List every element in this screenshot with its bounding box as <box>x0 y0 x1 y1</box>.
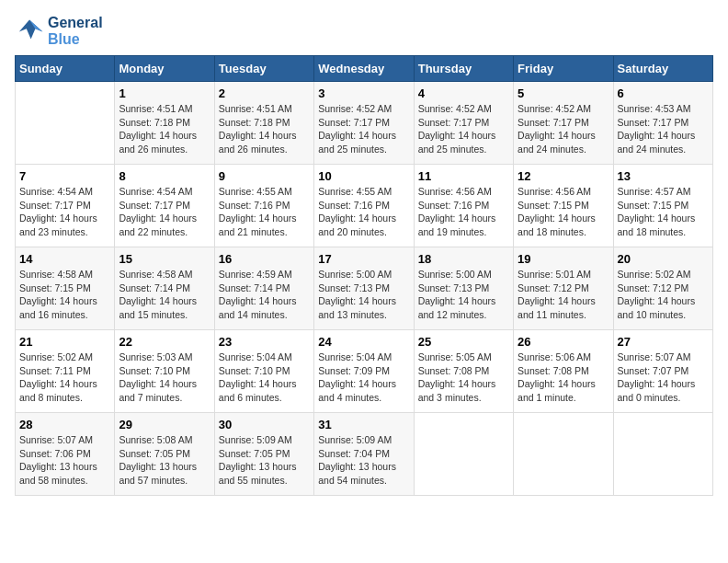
calendar-cell: 25Sunrise: 5:05 AM Sunset: 7:08 PM Dayli… <box>414 330 513 413</box>
day-number: 20 <box>618 252 709 266</box>
day-number: 22 <box>119 335 210 349</box>
calendar-cell: 5Sunrise: 4:52 AM Sunset: 7:17 PM Daylig… <box>514 82 613 165</box>
day-number: 9 <box>219 169 310 183</box>
calendar-week-row: 7Sunrise: 4:54 AM Sunset: 7:17 PM Daylig… <box>16 165 713 247</box>
day-number: 7 <box>19 169 110 183</box>
day-number: 28 <box>19 418 110 431</box>
calendar-cell: 24Sunrise: 5:04 AM Sunset: 7:09 PM Dayli… <box>314 330 414 413</box>
day-number: 16 <box>219 252 310 266</box>
day-info: Sunrise: 4:51 AM Sunset: 7:18 PM Dayligh… <box>219 102 310 156</box>
calendar-cell: 2Sunrise: 4:51 AM Sunset: 7:18 PM Daylig… <box>214 82 313 165</box>
day-number: 11 <box>418 169 509 183</box>
day-info: Sunrise: 5:02 AM Sunset: 7:12 PM Dayligh… <box>618 268 709 322</box>
day-info: Sunrise: 5:06 AM Sunset: 7:08 PM Dayligh… <box>518 350 609 405</box>
day-info: Sunrise: 4:52 AM Sunset: 7:17 PM Dayligh… <box>318 102 409 156</box>
day-info: Sunrise: 4:52 AM Sunset: 7:17 PM Dayligh… <box>518 102 609 156</box>
day-number: 29 <box>119 418 210 431</box>
calendar-cell: 1Sunrise: 4:51 AM Sunset: 7:18 PM Daylig… <box>115 82 214 165</box>
calendar-cell: 27Sunrise: 5:07 AM Sunset: 7:07 PM Dayli… <box>613 330 712 413</box>
day-info: Sunrise: 5:00 AM Sunset: 7:13 PM Dayligh… <box>318 268 409 322</box>
day-info: Sunrise: 4:58 AM Sunset: 7:15 PM Dayligh… <box>19 268 110 322</box>
day-number: 5 <box>518 86 609 100</box>
weekday-header-sunday: Sunday <box>16 56 115 82</box>
day-info: Sunrise: 4:54 AM Sunset: 7:17 PM Dayligh… <box>119 185 210 239</box>
day-info: Sunrise: 5:07 AM Sunset: 7:06 PM Dayligh… <box>19 433 110 488</box>
day-info: Sunrise: 5:04 AM Sunset: 7:09 PM Dayligh… <box>318 350 409 405</box>
day-info: Sunrise: 4:58 AM Sunset: 7:14 PM Dayligh… <box>119 268 210 322</box>
calendar-cell: 19Sunrise: 5:01 AM Sunset: 7:12 PM Dayli… <box>514 247 613 330</box>
calendar-cell: 31Sunrise: 5:09 AM Sunset: 7:04 PM Dayli… <box>314 413 414 496</box>
weekday-header-tuesday: Tuesday <box>214 56 313 82</box>
calendar-week-row: 28Sunrise: 5:07 AM Sunset: 7:06 PM Dayli… <box>16 413 713 496</box>
day-number: 14 <box>19 252 110 266</box>
page-header: General Blue <box>15 15 713 48</box>
calendar-cell: 9Sunrise: 4:55 AM Sunset: 7:16 PM Daylig… <box>214 165 313 247</box>
day-info: Sunrise: 4:56 AM Sunset: 7:15 PM Dayligh… <box>518 185 609 239</box>
calendar-cell: 23Sunrise: 5:04 AM Sunset: 7:10 PM Dayli… <box>214 330 313 413</box>
weekday-header-friday: Friday <box>514 56 613 82</box>
day-info: Sunrise: 5:03 AM Sunset: 7:10 PM Dayligh… <box>119 350 210 405</box>
calendar-cell: 28Sunrise: 5:07 AM Sunset: 7:06 PM Dayli… <box>16 413 115 496</box>
calendar-table: SundayMondayTuesdayWednesdayThursdayFrid… <box>15 55 713 496</box>
day-number: 31 <box>318 418 409 431</box>
calendar-cell: 29Sunrise: 5:08 AM Sunset: 7:05 PM Dayli… <box>115 413 214 496</box>
calendar-cell: 10Sunrise: 4:55 AM Sunset: 7:16 PM Dayli… <box>314 165 414 247</box>
day-info: Sunrise: 4:55 AM Sunset: 7:16 PM Dayligh… <box>318 185 409 239</box>
weekday-header-thursday: Thursday <box>414 56 513 82</box>
day-number: 3 <box>318 86 409 100</box>
calendar-cell: 18Sunrise: 5:00 AM Sunset: 7:13 PM Dayli… <box>414 247 513 330</box>
day-info: Sunrise: 4:52 AM Sunset: 7:17 PM Dayligh… <box>418 102 509 156</box>
calendar-week-row: 21Sunrise: 5:02 AM Sunset: 7:11 PM Dayli… <box>16 330 713 413</box>
day-info: Sunrise: 5:09 AM Sunset: 7:05 PM Dayligh… <box>219 433 310 488</box>
calendar-cell: 15Sunrise: 4:58 AM Sunset: 7:14 PM Dayli… <box>115 247 214 330</box>
day-number: 27 <box>618 335 709 349</box>
day-number: 10 <box>318 169 409 183</box>
calendar-cell: 22Sunrise: 5:03 AM Sunset: 7:10 PM Dayli… <box>115 330 214 413</box>
day-number: 8 <box>119 169 210 183</box>
logo: General Blue <box>15 15 103 48</box>
day-info: Sunrise: 5:07 AM Sunset: 7:07 PM Dayligh… <box>618 350 709 405</box>
calendar-cell: 30Sunrise: 5:09 AM Sunset: 7:05 PM Dayli… <box>214 413 313 496</box>
calendar-cell: 11Sunrise: 4:56 AM Sunset: 7:16 PM Dayli… <box>414 165 513 247</box>
day-info: Sunrise: 4:56 AM Sunset: 7:16 PM Dayligh… <box>418 185 509 239</box>
day-number: 21 <box>19 335 110 349</box>
day-number: 13 <box>618 169 709 183</box>
day-number: 23 <box>219 335 310 349</box>
day-number: 12 <box>518 169 609 183</box>
calendar-cell: 14Sunrise: 4:58 AM Sunset: 7:15 PM Dayli… <box>16 247 115 330</box>
day-number: 4 <box>418 86 509 100</box>
day-number: 25 <box>418 335 509 349</box>
calendar-cell: 8Sunrise: 4:54 AM Sunset: 7:17 PM Daylig… <box>115 165 214 247</box>
weekday-header-saturday: Saturday <box>613 56 712 82</box>
calendar-cell <box>514 413 613 496</box>
day-number: 15 <box>119 252 210 266</box>
calendar-cell: 12Sunrise: 4:56 AM Sunset: 7:15 PM Dayli… <box>514 165 613 247</box>
day-info: Sunrise: 5:04 AM Sunset: 7:10 PM Dayligh… <box>219 350 310 405</box>
weekday-header-wednesday: Wednesday <box>314 56 414 82</box>
day-info: Sunrise: 4:53 AM Sunset: 7:17 PM Dayligh… <box>618 102 709 156</box>
weekday-header-monday: Monday <box>115 56 214 82</box>
day-info: Sunrise: 5:01 AM Sunset: 7:12 PM Dayligh… <box>518 268 609 322</box>
weekday-header-row: SundayMondayTuesdayWednesdayThursdayFrid… <box>16 56 713 82</box>
logo-text: General Blue <box>48 15 103 48</box>
logo-icon <box>15 18 44 44</box>
calendar-cell: 21Sunrise: 5:02 AM Sunset: 7:11 PM Dayli… <box>16 330 115 413</box>
day-number: 6 <box>618 86 709 100</box>
day-info: Sunrise: 4:59 AM Sunset: 7:14 PM Dayligh… <box>219 268 310 322</box>
day-number: 26 <box>518 335 609 349</box>
day-info: Sunrise: 5:08 AM Sunset: 7:05 PM Dayligh… <box>119 433 210 488</box>
calendar-cell: 26Sunrise: 5:06 AM Sunset: 7:08 PM Dayli… <box>514 330 613 413</box>
calendar-cell <box>414 413 513 496</box>
day-info: Sunrise: 5:00 AM Sunset: 7:13 PM Dayligh… <box>418 268 509 322</box>
calendar-cell: 13Sunrise: 4:57 AM Sunset: 7:15 PM Dayli… <box>613 165 712 247</box>
calendar-cell: 20Sunrise: 5:02 AM Sunset: 7:12 PM Dayli… <box>613 247 712 330</box>
day-info: Sunrise: 4:57 AM Sunset: 7:15 PM Dayligh… <box>618 185 709 239</box>
day-info: Sunrise: 4:54 AM Sunset: 7:17 PM Dayligh… <box>19 185 110 239</box>
day-number: 18 <box>418 252 509 266</box>
day-number: 1 <box>119 86 210 100</box>
calendar-cell: 3Sunrise: 4:52 AM Sunset: 7:17 PM Daylig… <box>314 82 414 165</box>
day-number: 17 <box>318 252 409 266</box>
day-number: 24 <box>318 335 409 349</box>
calendar-week-row: 14Sunrise: 4:58 AM Sunset: 7:15 PM Dayli… <box>16 247 713 330</box>
day-info: Sunrise: 5:09 AM Sunset: 7:04 PM Dayligh… <box>318 433 409 488</box>
